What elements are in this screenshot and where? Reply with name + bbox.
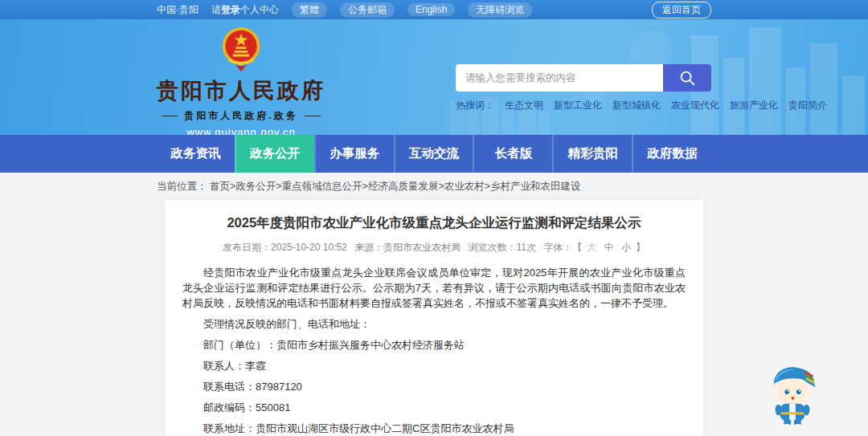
site-subtitle: 贵阳市人民政府.政务	[162, 109, 320, 123]
site-logo[interactable]: 贵阳市人民政府 贵阳市人民政府.政务 www.guiyang.gov.cn	[157, 19, 326, 135]
login-prefix: 请	[211, 4, 221, 15]
official-mail-link[interactable]: 公务邮箱	[340, 2, 395, 18]
article-title: 2025年度贵阳市农业产业化市级重点龙头企业运行监测和评定结果公示	[182, 214, 686, 232]
national-emblem-icon	[219, 25, 264, 75]
accessibility-link[interactable]: 无障碍浏览	[468, 2, 532, 18]
nav-tab-highlights[interactable]: 精彩贵阳	[552, 135, 632, 173]
font-size-large-button[interactable]: 大	[587, 242, 596, 253]
view-count: 浏览次数：11次	[468, 242, 535, 253]
paragraph-address: 联系地址：贵阳市观山湖区市级行政中心二期C区贵阳市农业农村局	[182, 421, 686, 436]
hot-word-3[interactable]: 农业现代化	[671, 99, 719, 112]
hot-word-2[interactable]: 新型城镇化	[612, 99, 661, 112]
region-link[interactable]: 中国·贵阳	[157, 3, 199, 17]
article-card: 2025年度贵阳市农业产业化市级重点龙头企业运行监测和评定结果公示 发布日期：2…	[165, 200, 703, 436]
hot-search-label: 热搜词：	[456, 99, 494, 112]
article-meta: 发布日期：2025-10-20 10:52 来源：贵阳市农业农村局 浏览次数：1…	[182, 241, 686, 255]
top-utility-bar: 中国·贵阳 请登录个人中心 繁體 公务邮箱 English 无障碍浏览 返回首页	[0, 0, 868, 19]
font-size-medium-button[interactable]: 中	[604, 242, 614, 253]
site-title: 贵阳市人民政府	[157, 76, 326, 105]
breadcrumb-path[interactable]: 首页>政务公开>重点领域信息公开>经济高质量发展>农业农村>乡村产业和农田建设	[210, 181, 581, 192]
search-input[interactable]	[456, 64, 663, 92]
paragraph-announcement: 经贵阳市农业产业化市级重点龙头企业联席会议成员单位审定，现对2025年开展的农业…	[182, 265, 686, 311]
source: 来源：贵阳市农业农村局	[354, 242, 461, 253]
breadcrumb-label: 当前位置：	[157, 181, 207, 192]
paragraph-department: 部门（单位）：贵阳市乡村振兴服务中心农村经济服务站	[182, 337, 686, 352]
login-link[interactable]: 请登录个人中心	[211, 3, 279, 17]
nav-tab-disclosure[interactable]: 政务公开	[235, 135, 314, 173]
hot-word-4[interactable]: 旅游产业化	[730, 99, 778, 112]
article-body: 经贵阳市农业产业化市级重点龙头企业联席会议成员单位审定，现对2025年开展的农业…	[182, 265, 686, 436]
login-suffix: 个人中心	[240, 4, 279, 15]
login-bold[interactable]: 登录	[221, 4, 240, 15]
nav-tab-data[interactable]: 政府数据	[632, 135, 711, 173]
font-size-small-button[interactable]: 小	[621, 242, 631, 253]
nav-tab-news[interactable]: 政务资讯	[157, 135, 235, 173]
nav-tab-services[interactable]: 办事服务	[314, 135, 394, 173]
hot-word-0[interactable]: 生态文明	[505, 99, 543, 112]
nav-tab-interaction[interactable]: 互动交流	[394, 135, 473, 173]
traditional-chinese-link[interactable]: 繁體	[292, 2, 327, 18]
paragraph-contact-person: 联系人：李霞	[182, 358, 686, 373]
hot-word-1[interactable]: 新型工业化	[554, 99, 602, 112]
mascot-icon	[765, 359, 820, 430]
breadcrumb: 当前位置： 首页>政务公开>重点领域信息公开>经济高质量发展>农业农村>乡村产业…	[157, 173, 711, 200]
nav-tab-senior[interactable]: 长者版	[473, 135, 552, 173]
english-link[interactable]: English	[407, 3, 455, 16]
paragraph-postcode: 邮政编码：550081	[182, 400, 686, 415]
paragraph-contact-intro: 受理情况反映的部门、电话和地址：	[182, 316, 686, 332]
site-url: www.guiyang.gov.cn	[186, 126, 296, 135]
publish-date: 发布日期：2025-10-20 10:52	[223, 242, 347, 253]
search-button[interactable]	[663, 64, 711, 92]
main-navigation: 政务资讯 政务公开 办事服务 互动交流 长者版 精彩贵阳 政府数据	[0, 135, 868, 173]
assistant-mascot[interactable]	[765, 359, 820, 433]
search-icon	[678, 69, 696, 87]
font-size-label: 字体：【	[543, 242, 582, 253]
site-banner: 贵阳市人民政府 贵阳市人民政府.政务 www.guiyang.gov.cn 热搜…	[0, 19, 868, 135]
font-size-label-close: 】	[636, 242, 645, 253]
back-home-button[interactable]: 返回首页	[652, 2, 711, 18]
hot-search-bar: 热搜词： 生态文明 新型工业化 新型城镇化 农业现代化 旅游产业化 贵阳简介	[456, 99, 711, 112]
paragraph-phone: 联系电话：87987120	[182, 379, 686, 394]
hot-word-5[interactable]: 贵阳简介	[788, 99, 827, 112]
